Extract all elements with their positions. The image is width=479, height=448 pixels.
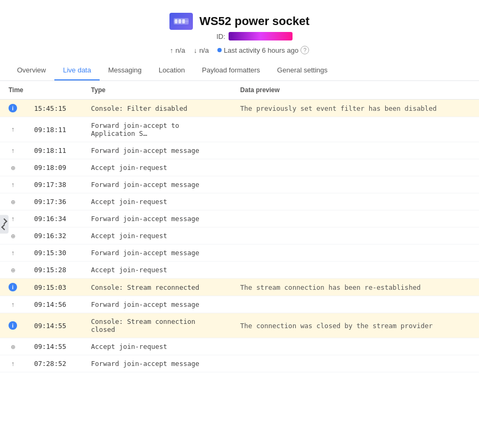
up-arrow-icon: ↑: [11, 147, 14, 154]
row-icon-cell: ↑: [0, 296, 26, 313]
row-time: 09:15:03: [26, 279, 83, 296]
info-icon: i: [9, 104, 17, 112]
up-arrow-icon: ↑: [11, 215, 14, 223]
col-type: Type: [83, 81, 232, 100]
row-icon-cell: ↑: [0, 176, 26, 193]
link-icon: ⊕: [11, 267, 15, 273]
row-icon-cell: i: [0, 279, 26, 296]
svg-rect-4: [174, 20, 189, 22]
tab-overview[interactable]: Overview: [9, 61, 54, 80]
info-icon: i: [9, 283, 17, 291]
row-type: Console: Stream reconnected: [83, 279, 232, 296]
table-row[interactable]: ↑07:28:52Forward join-accept message: [0, 355, 479, 372]
row-preview: [232, 338, 479, 355]
row-time: 09:15:30: [26, 245, 83, 262]
tab-payload-formatters[interactable]: Payload formatters: [193, 61, 269, 80]
row-preview: [232, 355, 479, 372]
row-type: Accept join-request: [83, 227, 232, 245]
row-preview: [232, 245, 479, 262]
arrow-down-icon: ↓: [193, 46, 197, 54]
row-preview: [232, 176, 479, 193]
row-icon-cell: ↑: [0, 117, 26, 142]
row-preview: [232, 262, 479, 279]
table-row[interactable]: ↑09:18:11Forward join-accept message: [0, 142, 479, 159]
data-table: Time Type Data preview i15:45:15Console:…: [0, 81, 479, 372]
table-row[interactable]: ↑09:16:34Forward join-accept message: [0, 210, 479, 227]
row-preview: The previously set event filter has been…: [232, 100, 479, 117]
table-row[interactable]: ↑09:17:38Forward join-accept message: [0, 176, 479, 193]
device-icon: [169, 13, 193, 30]
tabs-bar: Overview Live data Messaging Location Pa…: [0, 61, 479, 81]
row-time: 07:28:52: [26, 355, 83, 372]
link-icon: ⊕: [11, 344, 15, 350]
tab-location[interactable]: Location: [150, 61, 193, 80]
table-row[interactable]: ⊕09:18:09Accept join-request: [0, 159, 479, 176]
table-row[interactable]: i15:45:15Console: Filter disabledThe pre…: [0, 100, 479, 117]
device-id-row: ID:: [216, 32, 293, 40]
table-body: i15:45:15Console: Filter disabledThe pre…: [0, 100, 479, 372]
table-row[interactable]: ↑09:14:56Forward join-accept message: [0, 296, 479, 313]
tab-messaging[interactable]: Messaging: [100, 61, 150, 80]
row-preview: [232, 296, 479, 313]
row-type: Accept join-request: [83, 262, 232, 279]
row-time: 09:17:36: [26, 193, 83, 210]
col-preview: Data preview: [232, 81, 479, 100]
row-preview: [232, 142, 479, 159]
row-icon-cell: ⊕: [0, 262, 26, 279]
up-arrow-icon: ↑: [11, 249, 14, 257]
row-type: Forward join-accept message: [83, 210, 232, 227]
row-preview: [232, 210, 479, 227]
chevron-right-icon: [1, 218, 7, 224]
stat-down-value: n/a: [199, 46, 209, 54]
last-activity: Last activity 6 hours ago ?: [217, 46, 309, 54]
row-time: 09:17:38: [26, 176, 83, 193]
row-icon-cell: ⊕: [0, 159, 26, 176]
last-activity-text: Last activity 6 hours ago: [224, 46, 298, 54]
tab-live-data[interactable]: Live data: [54, 61, 100, 80]
row-preview: [232, 159, 479, 176]
link-icon: ⊕: [11, 199, 15, 205]
row-icon-cell: ⊕: [0, 193, 26, 210]
device-id-value: [229, 32, 293, 40]
row-icon-cell: i: [0, 100, 26, 117]
help-icon[interactable]: ?: [301, 46, 309, 54]
page-wrapper: WS52 power socket ID: ↑ n/a ↓ n/a Last a…: [0, 0, 479, 372]
col-time: Time: [0, 81, 83, 100]
table-row[interactable]: ⊕09:16:32Accept join-request: [0, 227, 479, 245]
device-name: WS52 power socket: [199, 14, 310, 28]
row-preview: The connection was closed by the stream …: [232, 313, 479, 338]
table-row[interactable]: i09:15:03Console: Stream reconnectedThe …: [0, 279, 479, 296]
table-row[interactable]: ↑09:18:11Forward join-accept to Applicat…: [0, 117, 479, 142]
row-time: 09:14:56: [26, 296, 83, 313]
row-preview: [232, 117, 479, 142]
table-row[interactable]: ⊕09:14:55Accept join-request: [0, 338, 479, 355]
row-type: Forward join-accept message: [83, 245, 232, 262]
row-preview: The stream connection has been re-establ…: [232, 279, 479, 296]
row-type: Console: Filter disabled: [83, 100, 232, 117]
row-time: 09:16:32: [26, 227, 83, 245]
row-time: 09:18:11: [26, 142, 83, 159]
row-type: Accept join-request: [83, 193, 232, 210]
table-row[interactable]: i09:14:55Console: Stream connection clos…: [0, 313, 479, 338]
tab-general-settings[interactable]: General settings: [269, 61, 336, 80]
device-header: WS52 power socket ID: ↑ n/a ↓ n/a Last a…: [0, 0, 479, 61]
sidebar-toggle[interactable]: [0, 215, 9, 233]
stat-down: ↓ n/a: [193, 46, 209, 54]
row-icon-cell: ↑: [0, 355, 26, 372]
up-arrow-icon: ↑: [11, 181, 14, 189]
row-type: Forward join-accept to Application S…: [83, 117, 232, 142]
info-icon: i: [9, 321, 17, 330]
device-id-label: ID:: [216, 32, 225, 40]
row-icon-cell: ↑: [0, 245, 26, 262]
table-row[interactable]: ⊕09:15:28Accept join-request: [0, 262, 479, 279]
row-icon-cell: i: [0, 313, 26, 338]
row-type: Forward join-accept message: [83, 355, 232, 372]
table-row[interactable]: ⊕09:17:36Accept join-request: [0, 193, 479, 210]
row-preview: [232, 227, 479, 245]
chevron-left-icon: [1, 224, 7, 230]
up-arrow-icon: ↑: [11, 360, 14, 368]
table-row[interactable]: ↑09:15:30Forward join-accept message: [0, 245, 479, 262]
row-time: 15:45:15: [26, 100, 83, 117]
row-time: 09:18:11: [26, 117, 83, 142]
row-preview: [232, 193, 479, 210]
